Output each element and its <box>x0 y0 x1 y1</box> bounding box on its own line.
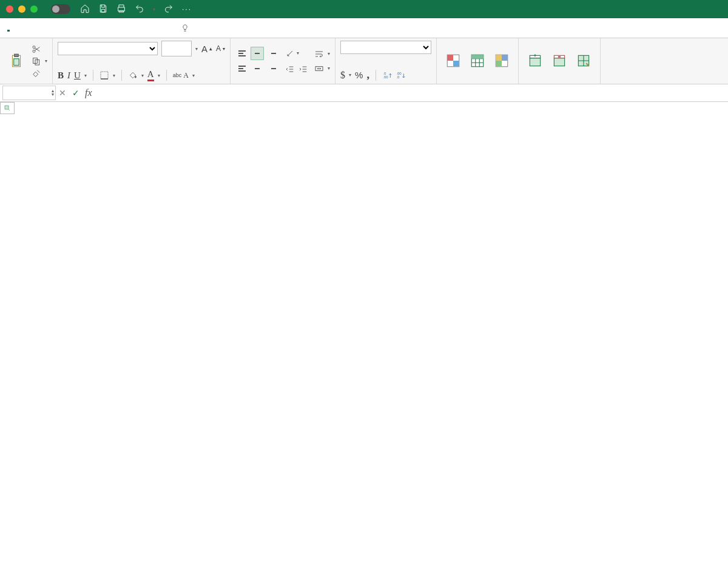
cond-format-icon <box>445 53 461 69</box>
increase-font-button[interactable]: A▴ <box>201 44 212 54</box>
home-icon[interactable] <box>80 4 90 15</box>
align-bottom-center[interactable] <box>251 62 264 75</box>
format-painter-button[interactable] <box>32 69 47 78</box>
delete-icon <box>551 53 567 69</box>
svg-rect-14 <box>447 55 453 61</box>
window-controls <box>6 5 38 13</box>
cell-styles-button[interactable] <box>490 53 513 70</box>
fill-color-button[interactable] <box>128 70 138 80</box>
decrease-decimal-button[interactable]: .00.0 <box>396 70 405 80</box>
autosave-toggle[interactable] <box>47 4 70 14</box>
align-bottom-right[interactable] <box>266 62 279 75</box>
dec-decimal-icon: .00.0 <box>396 70 405 80</box>
print-icon[interactable] <box>116 4 126 15</box>
format-as-table-button[interactable] <box>466 53 489 70</box>
underline-button[interactable]: U <box>74 70 81 81</box>
group-font: ▾ A▴ A▾ B I U▾ ▾ ▾ A▾ abcA▾ <box>53 38 231 84</box>
tab-data[interactable] <box>86 25 89 30</box>
conditional-format-button[interactable] <box>442 53 465 70</box>
tell-me-search[interactable] <box>181 24 192 32</box>
indent-icon <box>298 64 308 74</box>
format-icon <box>576 53 592 69</box>
svg-rect-22 <box>530 58 540 66</box>
group-styles <box>437 38 519 84</box>
save-icon[interactable] <box>98 4 108 15</box>
group-alignment: ▾ ▾ ▾ <box>231 38 335 84</box>
comma-button[interactable]: , <box>366 69 369 81</box>
more-icon[interactable]: ··· <box>182 5 192 13</box>
tab-automate[interactable] <box>133 25 136 30</box>
orientation-icon <box>285 49 295 58</box>
group-clipboard: ▾ <box>0 38 53 84</box>
tab-draw[interactable] <box>39 25 41 30</box>
title-bar: ▾ ··· <box>0 0 728 18</box>
align-top-center[interactable] <box>251 47 264 60</box>
wrap-icon <box>314 49 324 59</box>
copy-button[interactable]: ▾ <box>32 56 47 66</box>
font-color-button[interactable]: A <box>147 69 154 81</box>
number-format-select[interactable] <box>340 41 431 54</box>
align-bottom-left[interactable] <box>235 62 249 75</box>
table-icon <box>470 53 485 69</box>
cut-button[interactable] <box>32 44 47 54</box>
insert-icon <box>527 53 543 69</box>
increase-decimal-button[interactable]: .0.00 <box>382 70 392 80</box>
format-cells-button[interactable] <box>572 53 595 70</box>
undo-icon[interactable] <box>135 4 144 15</box>
svg-rect-1 <box>15 54 19 56</box>
name-box[interactable]: ▴▾ <box>2 86 56 100</box>
merge-center-button[interactable]: ▾ <box>314 64 330 73</box>
font-size-input[interactable] <box>161 41 192 56</box>
svg-rect-7 <box>101 72 108 79</box>
tab-acrobat[interactable] <box>165 25 167 30</box>
close-window-button[interactable] <box>6 5 13 13</box>
minimize-window-button[interactable] <box>18 5 25 13</box>
tab-developer[interactable] <box>149 25 152 30</box>
tab-review[interactable] <box>102 25 104 30</box>
maximize-window-button[interactable] <box>30 5 38 13</box>
paste-button[interactable] <box>5 53 28 70</box>
phonetic-button[interactable]: abcA <box>173 71 189 80</box>
formula-input[interactable] <box>95 87 728 98</box>
wrap-text-button[interactable]: ▾ <box>314 49 330 59</box>
percent-button[interactable]: % <box>355 70 363 80</box>
redo-icon[interactable] <box>164 4 174 15</box>
insert-cells-button[interactable] <box>524 53 547 70</box>
orientation-button[interactable]: ▾ <box>285 49 308 58</box>
currency-button[interactable]: $ <box>340 70 345 81</box>
align-top-right[interactable] <box>266 47 279 60</box>
cancel-formula-button[interactable]: ✕ <box>56 88 69 98</box>
delete-cells-button[interactable] <box>548 53 571 70</box>
decrease-indent-button[interactable] <box>285 64 295 74</box>
group-number: $▾ % , .0.00 .00.0 <box>335 38 437 84</box>
increase-indent-button[interactable] <box>298 64 308 74</box>
tab-formulas[interactable] <box>70 25 73 30</box>
undo-dropdown[interactable]: ▾ <box>153 7 155 12</box>
ribbon-tabs <box>0 18 728 38</box>
autofill-options-button[interactable] <box>0 102 15 114</box>
border-button[interactable] <box>99 70 109 80</box>
align-top-left[interactable] <box>235 47 249 60</box>
svg-rect-24 <box>554 58 564 66</box>
decrease-font-button[interactable]: A▾ <box>216 44 225 53</box>
enter-formula-button[interactable]: ✓ <box>69 88 83 98</box>
bold-button[interactable]: B <box>58 70 64 81</box>
fx-icon[interactable]: fx <box>85 87 92 98</box>
italic-button[interactable]: I <box>67 70 70 81</box>
tab-pagelayout[interactable] <box>55 25 57 30</box>
alignment-grid <box>235 47 279 75</box>
tab-home[interactable] <box>7 25 10 32</box>
svg-rect-17 <box>471 55 484 59</box>
merge-icon <box>314 64 324 73</box>
svg-text:.0: .0 <box>383 71 386 75</box>
svg-rect-15 <box>453 61 459 67</box>
quick-access-toolbar: ▾ ··· <box>80 4 192 15</box>
formula-bar: ▴▾ ✕ ✓ fx <box>0 84 728 102</box>
cell-styles-icon <box>494 53 510 69</box>
scissors-icon <box>32 44 41 54</box>
tab-insert[interactable] <box>23 25 25 30</box>
font-name-select[interactable] <box>58 42 158 55</box>
svg-rect-27 <box>5 106 8 109</box>
tab-view[interactable] <box>118 25 120 30</box>
svg-text:.00: .00 <box>396 71 402 75</box>
